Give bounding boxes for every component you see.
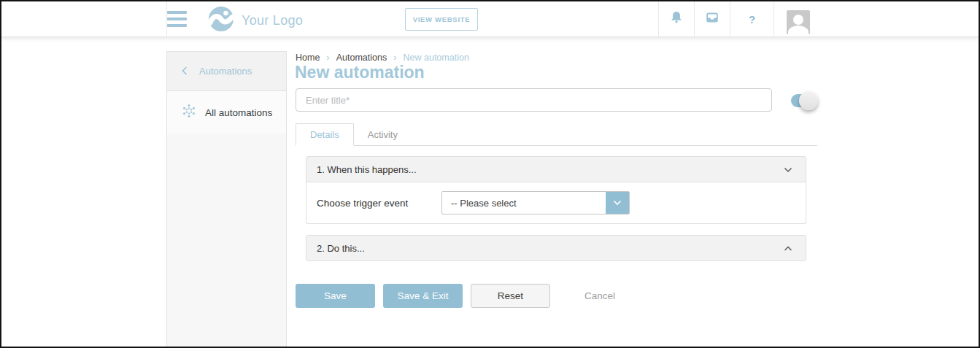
logo-text: Your Logo <box>242 13 303 28</box>
notifications-button[interactable] <box>658 1 694 36</box>
snowflake-dots-icon <box>182 104 196 121</box>
app-window: Your Logo VIEW WEBSITE ? <box>0 0 980 348</box>
active-toggle[interactable] <box>791 94 817 107</box>
logo-image-icon <box>208 6 234 35</box>
chevron-right-icon: › <box>393 52 396 63</box>
section-heading: 1. When this happens... <box>317 164 417 175</box>
section-do-this[interactable]: 2. Do this... <box>306 235 806 261</box>
select-dropdown-button[interactable] <box>606 192 629 214</box>
tab-bar: Details Activity <box>296 123 817 146</box>
tab-activity[interactable]: Activity <box>354 123 412 146</box>
avatar-person-icon <box>793 15 803 25</box>
trigger-event-label: Choose trigger event <box>317 198 441 209</box>
sidebar: Automations All automations <box>166 51 287 347</box>
sidebar-header-automations[interactable]: Automations <box>167 52 286 91</box>
bell-icon <box>668 9 684 28</box>
chevron-down-icon <box>613 200 622 206</box>
toggle-knob <box>799 91 818 110</box>
select-value: -- Please select <box>442 192 606 214</box>
chevron-right-icon: › <box>326 52 329 63</box>
cancel-button[interactable]: Cancel <box>584 284 615 308</box>
reset-button[interactable]: Reset <box>471 284 550 308</box>
section-heading: 2. Do this... <box>317 243 365 254</box>
user-avatar[interactable] <box>787 10 810 34</box>
sidebar-title: Automations <box>199 66 252 77</box>
breadcrumb-automations[interactable]: Automations <box>336 53 387 63</box>
hamburger-menu-icon[interactable] <box>167 11 187 27</box>
top-header: Your Logo VIEW WEBSITE ? <box>1 1 979 36</box>
logo-link[interactable]: Your Logo <box>208 6 303 35</box>
breadcrumb-home[interactable]: Home <box>296 53 320 63</box>
tab-details[interactable]: Details <box>296 123 354 146</box>
trigger-section-body: Choose trigger event -- Please select <box>306 182 806 224</box>
action-buttons: Save Save & Exit Reset Cancel <box>296 284 615 308</box>
title-input[interactable] <box>296 88 772 112</box>
save-exit-button[interactable]: Save & Exit <box>383 284 463 308</box>
section-when-this-happens[interactable]: 1. When this happens... <box>306 156 806 182</box>
chevron-left-icon <box>182 65 188 78</box>
save-button[interactable]: Save <box>296 284 375 308</box>
help-icon: ? <box>749 13 755 26</box>
trigger-event-select[interactable]: -- Please select <box>441 191 630 214</box>
breadcrumb-current: New automation <box>404 53 469 63</box>
sidebar-item-label: All automations <box>205 107 272 118</box>
sidebar-item-all-automations[interactable]: All automations <box>167 91 286 134</box>
chevron-down-icon <box>784 164 792 175</box>
inbox-icon <box>704 9 720 28</box>
header-divider <box>773 1 774 36</box>
help-button[interactable]: ? <box>730 1 773 36</box>
breadcrumb: Home › Automations › New automation <box>296 52 469 63</box>
chevron-up-icon <box>784 243 792 254</box>
view-website-button[interactable]: VIEW WEBSITE <box>405 8 478 31</box>
inbox-button[interactable] <box>694 1 730 36</box>
page-title: New automation <box>295 63 425 82</box>
